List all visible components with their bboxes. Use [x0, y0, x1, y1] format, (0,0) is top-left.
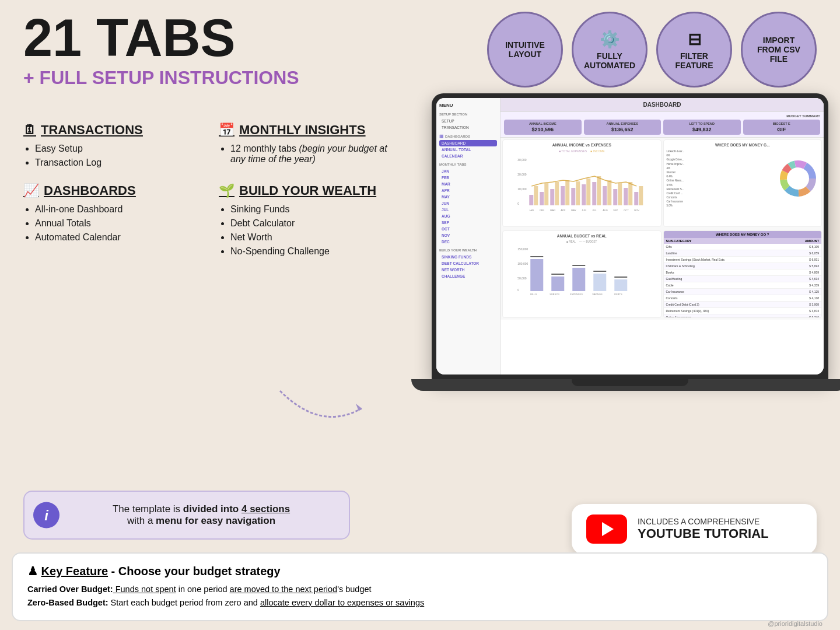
table-row: Credit Card Debt (Card 2)$ 3,908 [664, 302, 822, 308]
badge-import-csv: IMPORTFROM CSVFILE [741, 12, 817, 88]
svg-rect-21 [618, 183, 622, 205]
zero-based-text: Zero-Based Budget: Start each budget per… [27, 596, 813, 610]
svg-rect-16 [592, 182, 596, 205]
table-row: Gas/Heating$ 4,614 [664, 276, 822, 282]
svg-text:150,000: 150,000 [517, 247, 528, 251]
info-text: The template is divided into 4 sections … [65, 503, 337, 527]
nav-transaction[interactable]: TRANSACTION [439, 124, 497, 131]
key-feature-title: ♟ Key Feature - Choose your budget strat… [27, 564, 813, 578]
budget-summary-label: BUDGET SUMMARY [504, 114, 820, 118]
carried-over-text: Carried Over Budget: Funds not spent in … [27, 583, 813, 596]
info-box: i The template is divided into 4 section… [23, 491, 350, 540]
svg-text:30,000: 30,000 [517, 158, 527, 162]
table-row: Retirement Savings (401(k), IRA)$ 3,874 [664, 308, 822, 314]
nav-net-worth[interactable]: NET WORTH [439, 267, 497, 273]
dashboards-title: 📈 DASHBOARDS [23, 183, 201, 198]
transactions-title: 🗓 TRANSACTIONS [23, 123, 201, 138]
main-title: 21 TABS [23, 12, 385, 64]
nav-challenge[interactable]: CHALLENGE [439, 273, 497, 279]
nav-jul[interactable]: JUL [439, 206, 497, 213]
chart3-title: ANNUAL BUDGET vs REAL [506, 234, 658, 238]
nav-dec[interactable]: DEC [439, 239, 497, 245]
svg-text:10,000: 10,000 [517, 187, 527, 191]
intuitive-layout-label: INTUITIVELAYOUT [505, 40, 545, 59]
youtube-icon [586, 514, 627, 544]
svg-rect-14 [582, 184, 586, 205]
biggest-label: BIGGEST E [746, 122, 818, 125]
svg-text:AUG: AUG [603, 209, 608, 212]
nav-dashboard[interactable]: DASHBOARD [439, 140, 497, 146]
key-feature-box: ♟ Key Feature - Choose your budget strat… [12, 552, 828, 621]
svg-rect-15 [586, 178, 590, 205]
title-section: 21 TABS + FULL SETUP INSTRUCTIONS [23, 12, 385, 89]
nav-aug[interactable]: AUG [439, 213, 497, 219]
nav-nov[interactable]: NOV [439, 232, 497, 239]
svg-rect-17 [597, 176, 601, 205]
budget-card-left: LEFT TO SPEND $49,832 [663, 120, 741, 135]
badge-intuitive-layout: INTUITIVELAYOUT [487, 12, 563, 88]
svg-rect-9 [555, 182, 559, 205]
table-header-label: WHERE DOES MY MONEY GO ? [664, 231, 822, 238]
filter-feature-label: FILTERFEATURE [675, 51, 713, 70]
list-item: Easy Setup [35, 144, 201, 154]
dashboard-header: DASHBOARD [501, 98, 824, 112]
nav-annual-total[interactable]: ANNUAL TOTAL [439, 146, 497, 153]
dashboards-list: All-in-one Dashboard Annual Totals Autom… [23, 204, 201, 243]
screen-inner: MENU SETUP SECTION SETUP TRANSACTION ▦ D… [436, 98, 824, 374]
import-csv-label: IMPORTFROM CSVFILE [757, 36, 800, 64]
budget-cards: ANNUAL INCOME $210,596 ANNUAL EXPENSES $… [504, 120, 820, 135]
nav-sinking-funds[interactable]: SINKING FUNDS [439, 254, 497, 260]
nav-jun[interactable]: JUN [439, 200, 497, 206]
nav-debt-calculator[interactable]: DEBT CALCULATOR [439, 260, 497, 267]
plant-icon: 🌱 [219, 183, 235, 198]
svg-rect-22 [624, 188, 628, 205]
svg-rect-19 [607, 180, 611, 205]
chart1-title: ANNUAL INCOME vs EXPENSES [506, 143, 658, 147]
svg-text:20,000: 20,000 [517, 173, 527, 176]
nav-apr[interactable]: APR [439, 187, 497, 194]
nav-oct[interactable]: OCT [439, 226, 497, 232]
list-item: Net Worth [230, 232, 397, 243]
table-row: Online Newspapers$ 3,746 [664, 314, 822, 318]
monthly-insights-title: 📅 MONTHLY INSIGHTS [219, 123, 397, 138]
budget-card-income: ANNUAL INCOME $210,596 [504, 120, 582, 135]
list-item: 12 monthly tabs (begin your budget at an… [230, 144, 397, 164]
list-item: Sinking Funds [230, 204, 397, 215]
youtube-box: INCLUDES A COMPREHENSIVE YOUTUBE TUTORIA… [572, 504, 817, 554]
svg-rect-56 [572, 265, 585, 266]
nav-may[interactable]: MAY [439, 194, 497, 200]
svg-rect-51 [530, 259, 543, 291]
table-row: Car Insurance$ 4,125 [664, 289, 822, 295]
chart-budget-real: ANNUAL BUDGET vs REAL ■ REAL— — BUDGET 1… [502, 230, 662, 318]
nav-calendar[interactable]: CALENDAR [439, 153, 497, 159]
chart-icon: 📈 [23, 183, 39, 198]
chess-icon: ♟ [27, 565, 41, 578]
expenses-value: $136,652 [586, 127, 659, 132]
nav-jan[interactable]: JAN [439, 168, 497, 174]
nav-feb[interactable]: FEB [439, 174, 497, 181]
table-row: Investment Savings (Stock Market, Real E… [664, 257, 822, 263]
svg-rect-54 [551, 274, 564, 275]
svg-text:APR: APR [561, 209, 565, 212]
nav-sep[interactable]: SEP [439, 219, 497, 226]
svg-rect-23 [628, 182, 632, 205]
svg-rect-6 [540, 192, 544, 205]
build-wealth-title: 🌱 BUILD YOUR WEALTH [219, 183, 397, 198]
dashboard-main: DASHBOARD BUDGET SUMMARY ANNUAL INCOME $… [501, 98, 824, 374]
badge-fully-automated: ⚙️ FULLYAUTOMATED [572, 12, 648, 88]
svg-text:50,000: 50,000 [517, 276, 527, 280]
svg-point-46 [790, 170, 806, 187]
section-build-wealth: 🌱 BUILD YOUR WEALTH Sinking Funds Debt C… [219, 183, 397, 260]
svg-text:JUN: JUN [582, 209, 586, 212]
income-label: ANNUAL INCOME [506, 122, 579, 125]
svg-text:100,000: 100,000 [517, 262, 528, 265]
laptop-container: MENU SETUP SECTION SETUP TRANSACTION ▦ D… [432, 93, 828, 420]
left-label: LEFT TO SPEND [666, 122, 738, 125]
list-item: Transaction Log [35, 158, 201, 168]
list-item: Automated Calendar [35, 232, 201, 243]
svg-rect-20 [613, 189, 617, 205]
svg-text:EXPENSES: EXPENSES [570, 293, 583, 296]
nav-mar[interactable]: MAR [439, 181, 497, 187]
nav-setup[interactable]: SETUP [439, 118, 497, 124]
budget-card-expenses: ANNUAL EXPENSES $136,652 [584, 120, 662, 135]
